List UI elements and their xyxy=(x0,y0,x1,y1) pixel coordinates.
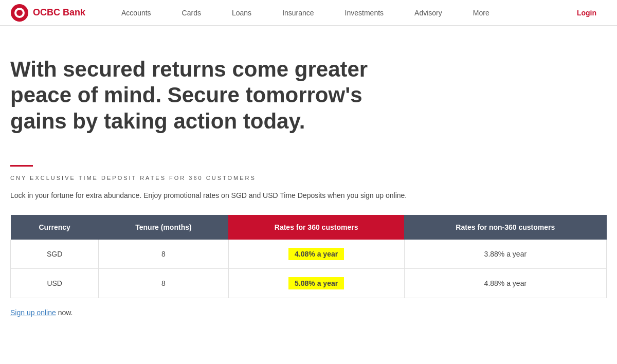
cell-rate-non360: 3.88% a year xyxy=(404,240,606,269)
col-header-rates-360: Rates for 360 customers xyxy=(228,215,404,240)
nav-item-cards[interactable]: Cards xyxy=(167,0,216,26)
rate-highlight-360: 4.08% a year xyxy=(288,248,344,260)
section-description: Lock in your fortune for extra abundance… xyxy=(10,191,607,199)
brand-name: OCBC Bank xyxy=(33,7,85,18)
cell-rate-non360: 4.88% a year xyxy=(404,269,606,298)
signup-suffix: now. xyxy=(56,308,73,317)
signup-link[interactable]: Sign up online xyxy=(10,308,56,317)
hero-title: With secured returns come greater peace … xyxy=(10,57,401,134)
cell-tenure: 8 xyxy=(99,269,228,298)
nav-item-accounts[interactable]: Accounts xyxy=(106,0,167,26)
table-header: Currency Tenure (months) Rates for 360 c… xyxy=(11,215,607,240)
signup-section: Sign up online now. xyxy=(10,308,607,317)
cell-currency: SGD xyxy=(11,240,99,269)
table-row: SGD84.08% a year3.88% a year xyxy=(11,240,607,269)
cell-rate-360: 5.08% a year xyxy=(228,269,404,298)
table-header-row: Currency Tenure (months) Rates for 360 c… xyxy=(11,215,607,240)
rates-table: Currency Tenure (months) Rates for 360 c… xyxy=(10,215,607,298)
section-divider xyxy=(10,165,33,167)
nav-item-investments[interactable]: Investments xyxy=(330,0,399,26)
col-header-currency: Currency xyxy=(11,215,99,240)
cell-currency: USD xyxy=(11,269,99,298)
nav-item-loans[interactable]: Loans xyxy=(216,0,267,26)
rate-highlight-360: 5.08% a year xyxy=(288,277,344,289)
brand-logo[interactable]: OCBC Bank xyxy=(10,4,85,22)
section-subtitle: CNY EXCLUSIVE TIME DEPOSIT RATES FOR 360… xyxy=(10,175,607,181)
table-row: USD85.08% a year4.88% a year xyxy=(11,269,607,298)
cell-rate-360: 4.08% a year xyxy=(228,240,404,269)
nav-item-advisory[interactable]: Advisory xyxy=(399,0,458,26)
col-header-tenure: Tenure (months) xyxy=(99,215,228,240)
login-button[interactable]: Login xyxy=(567,9,607,17)
navbar: OCBC Bank Accounts Cards Loans Insurance… xyxy=(0,0,617,26)
nav-links: Accounts Cards Loans Insurance Investmen… xyxy=(106,0,567,26)
nav-item-more[interactable]: More xyxy=(458,0,505,26)
main-content: With secured returns come greater peace … xyxy=(0,26,617,337)
nav-item-insurance[interactable]: Insurance xyxy=(267,0,329,26)
cell-tenure: 8 xyxy=(99,240,228,269)
table-body: SGD84.08% a year3.88% a yearUSD85.08% a … xyxy=(11,240,607,298)
col-header-rates-non360: Rates for non-360 customers xyxy=(404,215,606,240)
ocbc-logo-icon xyxy=(10,4,29,22)
svg-point-2 xyxy=(16,10,23,16)
